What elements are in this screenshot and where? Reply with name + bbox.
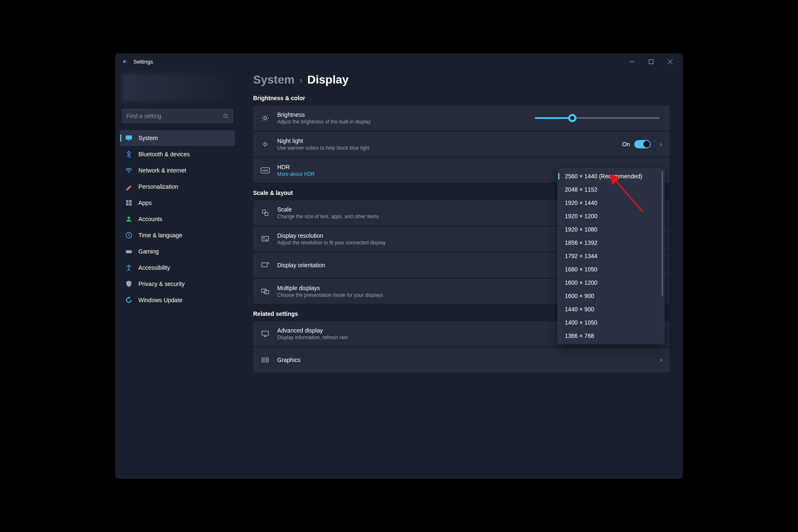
svg-rect-9 [129, 203, 132, 206]
svg-rect-4 [128, 140, 130, 140]
resolution-option[interactable]: 1600 × 1200 [557, 276, 665, 289]
scale-icon [261, 209, 270, 217]
resolution-option[interactable]: 1600 × 900 [557, 289, 665, 303]
titlebar: Settings [115, 53, 683, 70]
nav-item-gaming[interactable]: Gaming [120, 244, 235, 259]
nav-item-system[interactable]: System [120, 130, 235, 146]
resolution-option[interactable]: 1366 × 768 [557, 329, 665, 342]
resolution-option[interactable]: 1680 × 1050 [557, 263, 665, 276]
svg-point-13 [128, 265, 130, 266]
minimize-button[interactable] [622, 55, 641, 68]
night-light-card[interactable]: Night light Use warmer colors to help bl… [253, 132, 670, 157]
resolution-option[interactable]: 1792 × 1344 [557, 249, 665, 263]
user-profile-blurred [122, 73, 233, 102]
maximize-button[interactable] [641, 55, 660, 68]
svg-point-10 [128, 217, 130, 219]
svg-rect-12 [126, 250, 132, 254]
accessibility-icon [125, 264, 133, 271]
sidebar: SystemBluetooth & devicesNetwork & inter… [115, 70, 240, 479]
nav-item-label: System [138, 135, 158, 141]
resolution-option[interactable]: 2560 × 1440 (Recommended) [557, 170, 665, 183]
svg-point-27 [266, 359, 267, 360]
window-title: Settings [133, 59, 153, 65]
nav-item-network-internet[interactable]: Network & internet [120, 163, 235, 178]
chevron-right-icon: › [660, 140, 662, 148]
nav-list: SystemBluetooth & devicesNetwork & inter… [118, 130, 236, 308]
person-icon [125, 215, 133, 223]
svg-rect-24 [262, 331, 268, 335]
window-controls [622, 55, 680, 68]
breadcrumb: System › Display [253, 73, 670, 86]
night-light-state: On [622, 141, 630, 148]
nav-item-privacy-security[interactable]: Privacy & security [120, 276, 235, 292]
nav-item-personalization[interactable]: Personalization [120, 179, 235, 195]
svg-point-5 [128, 172, 129, 173]
nav-item-bluetooth-devices[interactable]: Bluetooth & devices [120, 146, 235, 162]
nav-item-label: Windows Update [138, 297, 182, 303]
breadcrumb-current: Display [307, 73, 349, 86]
multiple-displays-icon [261, 288, 270, 295]
settings-window: Settings SystemBluetooth & devicesNetwor… [115, 53, 683, 479]
svg-rect-6 [126, 200, 128, 202]
brightness-title: Brightness [277, 111, 535, 118]
resolution-option[interactable]: 1440 × 900 [557, 303, 665, 316]
section-brightness-title: Brightness & color [253, 95, 670, 101]
nav-item-time-language[interactable]: Time & language [120, 227, 235, 243]
svg-point-15 [264, 143, 267, 146]
resolution-option[interactable]: 1920 × 1440 [557, 196, 665, 209]
resolution-option[interactable]: 1400 × 1050 [557, 316, 665, 329]
svg-point-2 [224, 114, 227, 117]
apps-icon [125, 199, 133, 207]
nav-item-apps[interactable]: Apps [120, 195, 235, 211]
search-box[interactable] [122, 109, 233, 123]
svg-rect-3 [126, 135, 132, 140]
svg-rect-7 [129, 200, 132, 202]
close-button[interactable] [660, 55, 680, 68]
breadcrumb-parent[interactable]: System [253, 73, 295, 86]
search-input[interactable] [126, 113, 223, 119]
svg-rect-21 [262, 263, 267, 267]
brightness-sub: Adjust the brightness of the built-in di… [277, 119, 535, 125]
chevron-right-icon: › [300, 75, 303, 85]
nav-item-label: Accessibility [138, 264, 170, 271]
resolution-icon [261, 236, 270, 242]
night-light-sub: Use warmer colors to help block blue lig… [277, 145, 622, 151]
nav-item-label: Accounts [138, 216, 163, 222]
orientation-icon [261, 261, 270, 269]
nav-item-label: Time & language [138, 232, 182, 239]
resolution-option[interactable]: 2048 × 1152 [557, 183, 665, 196]
bluetooth-icon [125, 150, 133, 158]
wifi-icon [125, 167, 133, 174]
resolution-option[interactable]: 1856 × 1392 [557, 236, 665, 249]
display-icon [125, 134, 133, 142]
moon-icon [261, 140, 270, 148]
back-button[interactable] [118, 55, 132, 68]
gamepad-icon [125, 248, 133, 255]
graphics-title: Graphics [277, 357, 655, 363]
shield-icon [125, 280, 133, 288]
graphics-card[interactable]: Graphics › [253, 347, 670, 372]
nav-item-accessibility[interactable]: Accessibility [120, 260, 235, 276]
monitor-icon [261, 330, 270, 337]
svg-rect-25 [262, 358, 268, 362]
svg-rect-22 [261, 289, 266, 292]
brightness-card: Brightness Adjust the brightness of the … [253, 106, 670, 131]
brightness-slider[interactable] [535, 117, 660, 119]
graphics-icon [261, 357, 270, 363]
night-light-toggle[interactable] [634, 140, 651, 148]
nav-item-windows-update[interactable]: Windows Update [120, 292, 235, 308]
sun-icon [261, 114, 270, 122]
nav-item-accounts[interactable]: Accounts [120, 211, 235, 227]
nav-item-label: Personalization [138, 183, 178, 190]
svg-point-14 [264, 117, 267, 120]
night-light-title: Night light [277, 138, 622, 144]
nav-item-label: Gaming [138, 248, 159, 255]
update-icon [125, 296, 133, 304]
resolution-option[interactable]: 1920 × 1200 [557, 209, 665, 223]
nav-item-label: Bluetooth & devices [138, 151, 190, 158]
search-icon [223, 113, 229, 119]
resolution-dropdown[interactable]: 2560 × 1440 (Recommended)2048 × 11521920… [557, 168, 665, 344]
dropdown-scrollbar[interactable] [662, 171, 663, 296]
nav-item-label: Privacy & security [138, 281, 185, 287]
resolution-option[interactable]: 1920 × 1080 [557, 223, 665, 236]
